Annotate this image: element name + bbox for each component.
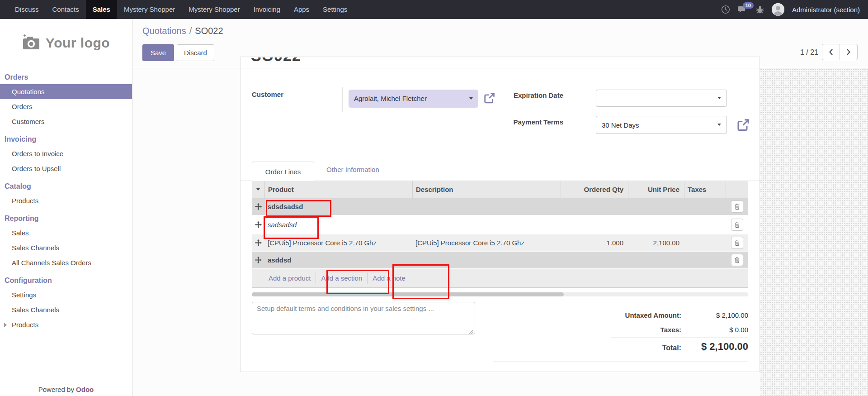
section-title-orders: Orders	[0, 67, 132, 84]
record-heading-clipped: SO022	[251, 57, 368, 67]
sidebar-item-products-config[interactable]: Products	[0, 317, 132, 332]
section-name-cell[interactable]: sdsdsadsd	[264, 203, 412, 210]
menu-mystery-shopper-2[interactable]: Mystery Shopper	[182, 0, 246, 19]
expiration-date-label: Expiration Date	[473, 91, 563, 99]
menu-sales[interactable]: Sales	[86, 0, 117, 19]
app-root: Discuss Contacts Sales Mystery Shopper M…	[0, 0, 868, 396]
pager-value[interactable]: 1 / 21	[769, 48, 818, 57]
expand-arrow-icon	[4, 323, 7, 327]
delete-row-button[interactable]	[731, 219, 743, 231]
topbar: Discuss Contacts Sales Mystery Shopper M…	[0, 0, 868, 19]
expiration-date-field[interactable]	[596, 90, 727, 107]
pager	[822, 44, 858, 60]
totals-bottom-border	[493, 362, 748, 362]
terms-and-conditions-input[interactable]	[252, 302, 475, 334]
pager-previous-button[interactable]	[822, 44, 840, 60]
header-description[interactable]: Description	[412, 181, 561, 198]
totals-divider	[611, 338, 748, 338]
company-logo: Your logo	[0, 19, 132, 67]
drag-handle-icon[interactable]	[252, 257, 264, 263]
description-cell[interactable]: [CPUi5] Processor Core i5 2.70 Ghz	[412, 239, 561, 247]
section-title-catalog: Catalog	[0, 176, 132, 193]
qty-cell[interactable]: 1.000	[561, 239, 628, 247]
payment-terms-field[interactable]: 30 Net Days	[596, 116, 727, 134]
control-panel-divider	[132, 68, 868, 68]
menu-discuss[interactable]: Discuss	[8, 0, 46, 19]
tab-other-information[interactable]: Other Information	[326, 166, 379, 173]
user-avatar[interactable]	[772, 3, 784, 16]
bug-icon[interactable]	[756, 5, 764, 14]
drag-handle-icon[interactable]	[252, 221, 264, 228]
delete-row-button[interactable]	[731, 237, 743, 249]
untaxed-amount-label: Untaxed Amount:	[591, 311, 681, 319]
header-ordered-qty[interactable]: Ordered Qty	[561, 181, 628, 198]
table-row-section-2: asddsd	[252, 252, 748, 269]
odoo-brand-link[interactable]: Odoo	[76, 386, 94, 393]
logo-text: Your logo	[46, 35, 110, 51]
breadcrumb-quotations-link[interactable]: Quotations	[142, 26, 186, 36]
trash-icon	[735, 222, 740, 228]
header-product[interactable]: Product	[264, 181, 412, 198]
user-name[interactable]: Administrator (section)	[792, 6, 860, 14]
breadcrumb-current: SO022	[195, 26, 223, 36]
discard-button[interactable]: Discard	[177, 44, 214, 61]
menu-settings[interactable]: Settings	[316, 0, 354, 19]
header-toggle-cell[interactable]	[252, 181, 264, 198]
group-divider-left	[342, 87, 343, 112]
untaxed-amount-value: $ 2,100.00	[676, 311, 748, 319]
section-title-configuration: Configuration	[0, 270, 132, 287]
pager-next-button[interactable]	[840, 44, 857, 60]
sidebar-item-sales-channels-config[interactable]: Sales Channels	[0, 302, 132, 317]
customer-label: Customer	[252, 91, 283, 98]
sidebar-item-orders-to-invoice[interactable]: Orders to Invoice	[0, 146, 132, 161]
drag-handle-icon[interactable]	[252, 239, 264, 246]
table-add-links-row: Add a product Add a section Add a note	[252, 269, 748, 288]
activities-clock-icon[interactable]	[721, 5, 730, 14]
menu-apps[interactable]: Apps	[287, 0, 316, 19]
horizontal-scrollbar[interactable]	[252, 292, 748, 296]
header-unit-price[interactable]: Unit Price	[628, 181, 684, 198]
section-name-cell[interactable]: asddsd	[264, 256, 412, 264]
price-cell[interactable]: 2,100.00	[628, 239, 684, 247]
menu-invoicing[interactable]: Invoicing	[247, 0, 287, 19]
breadcrumb: Quotations/SO022	[142, 26, 223, 36]
sidebar-item-products[interactable]: Products	[0, 193, 132, 208]
section-title-invoicing: Invoicing	[0, 129, 132, 146]
horizontal-scrollbar-thumb[interactable]	[252, 292, 564, 296]
resize-grip-icon[interactable]	[469, 328, 473, 336]
delete-row-button[interactable]	[731, 254, 743, 266]
sidebar-item-orders[interactable]: Orders	[0, 99, 132, 114]
dropdown-caret-icon	[469, 97, 473, 100]
add-a-product-link[interactable]: Add a product	[264, 272, 316, 284]
sidebar: Your logo Orders Quotations Orders Custo…	[0, 19, 132, 396]
menu-mystery-shopper-1[interactable]: Mystery Shopper	[117, 0, 182, 19]
delete-row-button[interactable]	[731, 200, 743, 213]
menu-contacts[interactable]: Contacts	[46, 0, 86, 19]
sidebar-item-customers[interactable]: Customers	[0, 114, 132, 129]
header-taxes[interactable]: Taxes	[684, 181, 726, 198]
breadcrumb-separator: /	[186, 26, 195, 36]
trash-icon	[735, 240, 740, 246]
add-a-section-link[interactable]: Add a section	[316, 272, 367, 284]
tab-order-lines[interactable]: Order Lines	[252, 162, 314, 181]
drag-handle-icon[interactable]	[252, 203, 264, 210]
topbar-right: 10 Administrator (section)	[721, 0, 868, 19]
sidebar-item-settings[interactable]: Settings	[0, 287, 132, 302]
sidebar-item-sales-channels-report[interactable]: Sales Channels	[0, 240, 132, 255]
add-a-note-link[interactable]: Add a note	[367, 272, 410, 284]
payment-terms-external-link-icon[interactable]	[737, 119, 750, 133]
sidebar-item-sales-report[interactable]: Sales	[0, 225, 132, 240]
section-title-reporting: Reporting	[0, 208, 132, 225]
order-lines-table: Product Description Ordered Qty Unit Pri…	[252, 181, 748, 288]
table-row-section-1: sdsdsadsd	[252, 198, 748, 215]
customer-field[interactable]: Agrolait, Michel Fletcher	[349, 90, 478, 108]
total-value: $ 2,100.00	[658, 341, 748, 353]
sidebar-item-all-channels-sales-orders[interactable]: All Channels Sales Orders	[0, 255, 132, 270]
product-cell[interactable]: [CPUi5] Processor Core i5 2.70 Ghz	[264, 239, 412, 247]
messages-icon[interactable]: 10	[738, 5, 748, 14]
sidebar-item-quotations[interactable]: Quotations	[0, 84, 132, 99]
save-button[interactable]: Save	[142, 44, 174, 61]
sidebar-item-orders-to-upsell[interactable]: Orders to Upsell	[0, 161, 132, 176]
taxes-value: $ 0.00	[676, 326, 748, 334]
note-text-cell[interactable]: sadsadsd	[264, 221, 412, 229]
